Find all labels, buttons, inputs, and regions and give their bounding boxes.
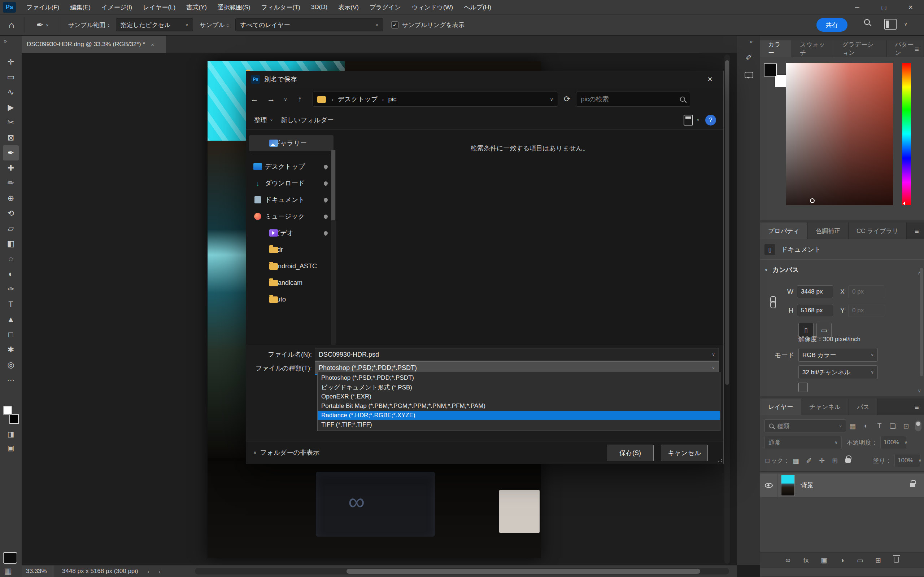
status-chevron-left-icon[interactable]: ‹ — [159, 568, 161, 574]
layer-effects-icon[interactable]: fx — [801, 556, 811, 564]
hide-folders-button[interactable]: ∧ フォルダーの非表示 — [254, 448, 320, 457]
gradient-tool[interactable]: ◧ — [3, 236, 19, 251]
search-icon[interactable] — [864, 19, 870, 25]
help-icon[interactable]: ? — [705, 115, 716, 126]
layer-mask-icon[interactable]: ▣ — [819, 556, 829, 564]
breadcrumb-desktop[interactable]: デスクトップ — [338, 95, 378, 103]
tab-cc-libraries[interactable]: CC ライブラリ — [848, 222, 907, 239]
cancel-button[interactable]: キャンセル — [661, 445, 708, 461]
menu-filter[interactable]: フィルター(T) — [256, 0, 306, 15]
width-field[interactable]: 3448 px — [797, 285, 833, 298]
maximize-button[interactable]: ▢ — [871, 0, 897, 15]
scrollbar-thumb[interactable] — [347, 569, 700, 574]
tab-paths[interactable]: パス — [849, 398, 878, 415]
sidebar-item-android-astc[interactable]: Android_ASTC — [249, 258, 333, 274]
status-chevron-right-icon[interactable]: › — [148, 568, 149, 574]
menu-select[interactable]: 選択範囲(S) — [212, 0, 256, 15]
lock-transparency-icon[interactable]: ▦ — [789, 456, 802, 465]
address-dropdown-icon[interactable]: ∨ — [550, 97, 553, 102]
panel-menu-icon[interactable]: ≡ — [914, 227, 919, 235]
foreground-color-swatch[interactable] — [764, 63, 777, 76]
search-input[interactable]: picの検索 — [576, 92, 690, 107]
tab-swatches[interactable]: スウォッチ — [792, 40, 834, 57]
back-icon[interactable]: ← — [246, 95, 263, 104]
opacity-field[interactable]: 100% ∨ — [880, 436, 906, 449]
file-type-option-pbm[interactable]: Portable Bit Map (*.PBM;*.PGM;*.PPM;*.PN… — [318, 401, 720, 411]
hue-slider[interactable] — [902, 63, 911, 205]
marquee-tool[interactable]: ▭ — [3, 69, 19, 85]
show-sampling-ring-checkbox[interactable]: ✓ — [391, 21, 399, 29]
breadcrumb[interactable]: › デスクトップ › pic ∨ — [313, 92, 558, 107]
hand-tool[interactable]: ✱ — [3, 342, 19, 357]
document-tab[interactable]: DSC09930-HDR.dng @ 33.3% (RGB/32*) * × — [22, 36, 166, 53]
menu-3d[interactable]: 3D(D) — [306, 0, 333, 15]
organize-menu[interactable]: 整理 ∨ — [254, 116, 273, 124]
file-list-area[interactable]: 検索条件に一致する項目はありません。 — [336, 129, 723, 345]
panel-menu-icon[interactable]: ≡ — [914, 403, 919, 411]
new-folder-button[interactable]: 新しいフォルダー — [281, 116, 334, 124]
link-dimensions-icon[interactable] — [770, 296, 775, 308]
move-tool[interactable]: ✛ — [3, 55, 19, 69]
canvas-vertical-scrollbar[interactable] — [724, 55, 730, 564]
tab-adjustments[interactable]: 色調補正 — [808, 222, 848, 239]
lock-artboard-icon[interactable]: ⊞ — [828, 456, 842, 465]
tool-preset-caret-icon[interactable]: ∨ — [46, 23, 49, 27]
color-mode-select[interactable]: RGB カラー ∨ — [798, 348, 878, 362]
path-selection-tool[interactable]: ▲ — [3, 312, 19, 327]
panel-menu-icon[interactable]: ≡ — [914, 45, 919, 53]
sidebar-item-videos[interactable]: ビデオ — [249, 225, 333, 241]
scroll-down-icon[interactable]: ∨ — [918, 388, 921, 393]
tab-properties[interactable]: プロパティ — [760, 222, 808, 239]
clipped-checkbox[interactable] — [798, 383, 808, 392]
background-color-swatch[interactable] — [10, 414, 19, 424]
tab-close-icon[interactable]: × — [151, 42, 154, 48]
fill-field[interactable]: 100% ∨ — [894, 454, 921, 467]
menu-window[interactable]: ウィンドウ(W) — [406, 0, 459, 15]
canvas-section-header[interactable]: ∨ カンバス — [760, 259, 924, 276]
view-mode-icon[interactable] — [683, 115, 693, 126]
forward-icon[interactable]: → — [263, 95, 279, 104]
blend-mode-select[interactable]: 通常 ∨ — [764, 436, 842, 449]
menu-view[interactable]: 表示(V) — [333, 0, 364, 15]
shape-tool[interactable]: □ — [3, 327, 19, 342]
menu-layer[interactable]: レイヤー(L) — [137, 0, 181, 15]
edit-toolbar-icon[interactable]: ⋯ — [3, 372, 19, 388]
eraser-tool[interactable]: ▱ — [3, 221, 19, 236]
lock-pixels-icon[interactable]: ✐ — [802, 456, 815, 465]
filter-toggle[interactable] — [915, 421, 921, 431]
sidebar-scrollbar[interactable] — [331, 150, 336, 351]
tab-layers[interactable]: レイヤー — [760, 398, 801, 415]
menu-plugins[interactable]: プラグイン — [364, 0, 406, 15]
menu-image[interactable]: イメージ(I) — [96, 0, 137, 15]
sidebar-item-music[interactable]: ミュージック — [249, 208, 333, 224]
lock-all-icon[interactable] — [842, 456, 855, 464]
adjustment-layer-filter-icon[interactable]: ◐ — [859, 422, 873, 430]
crop-tool[interactable]: ✂ — [3, 115, 19, 130]
canvas-horizontal-scrollbar[interactable] — [195, 568, 729, 574]
smart-object-filter-icon[interactable]: ⊡ — [900, 422, 913, 430]
dodge-tool[interactable]: ◐ — [3, 266, 19, 282]
height-field[interactable]: 5168 px — [797, 304, 833, 317]
zoom-tool[interactable]: ◎ — [3, 357, 19, 372]
menu-help[interactable]: ヘルプ(H) — [459, 0, 497, 15]
object-selection-tool[interactable]: ▶ — [3, 100, 19, 115]
file-type-option-psd[interactable]: Photoshop (*.PSD;*.PDD;*.PSDT) — [318, 373, 720, 383]
dialog-close-icon[interactable]: ✕ — [702, 76, 718, 83]
workspace-icon[interactable] — [884, 19, 897, 29]
dialog-title-bar[interactable]: Ps 別名で保存 ✕ — [246, 71, 723, 88]
eyedropper-preset-icon[interactable]: ✒ — [36, 20, 44, 30]
grid-icon[interactable]: ▦ — [4, 567, 12, 576]
scrollbar-thumb[interactable] — [725, 60, 729, 385]
refresh-icon[interactable]: ⟳ — [564, 95, 570, 104]
zoom-level[interactable]: 33.33% — [22, 566, 54, 577]
minimize-button[interactable]: ─ — [844, 0, 871, 15]
up-icon[interactable]: ↑ — [292, 95, 308, 104]
color-swatches[interactable] — [3, 406, 19, 424]
screen-mode-icon[interactable]: ▣ — [5, 443, 16, 453]
sidebar-item-documents[interactable]: ドキュメント — [249, 192, 333, 208]
color-position-marker[interactable] — [810, 198, 815, 203]
file-type-option-tiff[interactable]: TIFF (*.TIF;*.TIFF) — [318, 420, 720, 429]
foreground-color-swatch[interactable] — [3, 406, 12, 415]
toolbar-collapse-icon[interactable]: » — [3, 38, 7, 44]
tab-color[interactable]: カラー — [760, 40, 792, 57]
